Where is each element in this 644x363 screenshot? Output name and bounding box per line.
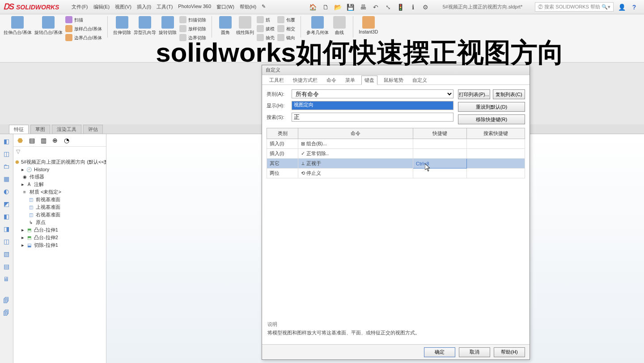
- user-icon[interactable]: 👤: [617, 3, 626, 12]
- loft-button[interactable]: 放样凸台/基体: [65, 25, 102, 33]
- new-icon[interactable]: 🗋: [321, 3, 330, 12]
- menu-insert[interactable]: 插入(I): [137, 4, 151, 10]
- rail-view-palette-icon[interactable]: ▦: [2, 174, 11, 183]
- boundary-cut-button[interactable]: 边界切除: [179, 34, 206, 42]
- help-button[interactable]: 帮助(H): [494, 347, 525, 357]
- tree-extrude2[interactable]: ▸⬒凸台-拉伸2: [15, 234, 104, 241]
- rebuild-icon[interactable]: 🚦: [396, 3, 405, 12]
- reset-defaults-button[interactable]: 重设到默认(D): [458, 102, 525, 112]
- extrude-boss-button[interactable]: 拉伸凸台/基体: [4, 16, 32, 36]
- dlg-tab-shortcut-bars[interactable]: 快捷方式栏: [290, 76, 320, 84]
- menu-view[interactable]: 视图(V): [115, 4, 131, 10]
- tree-history[interactable]: ▸🕘History: [15, 166, 104, 173]
- menu-customize-icon[interactable]: ✎: [262, 4, 266, 10]
- cell-search-shortcut[interactable]: [467, 169, 525, 178]
- menu-file[interactable]: 文件(F): [72, 4, 88, 10]
- print-icon[interactable]: 🖶: [359, 3, 368, 12]
- tab-sketch[interactable]: 草图: [30, 125, 50, 134]
- show-select[interactable]: 视图定向: [292, 101, 453, 110]
- rail-item-icon[interactable]: ▤: [2, 262, 11, 271]
- rail-file-explorer-icon[interactable]: 🗀: [2, 162, 11, 171]
- tab-render[interactable]: 渲染工具: [52, 125, 81, 134]
- rail-appearances-icon[interactable]: ◐: [2, 187, 11, 196]
- dlg-tab-toolbars[interactable]: 工具栏: [267, 76, 287, 84]
- tree-material[interactable]: ≡材质 <未指定>: [15, 188, 104, 196]
- dlg-tab-keyboard[interactable]: 键盘: [361, 76, 377, 85]
- menu-edit[interactable]: 编辑(E): [93, 4, 110, 10]
- fm-tab-config[interactable]: ▥: [38, 135, 48, 145]
- rail-item-icon[interactable]: ◨: [2, 224, 11, 233]
- mirror-button[interactable]: 镜向: [277, 34, 295, 42]
- draft-button[interactable]: 拔模: [257, 25, 275, 33]
- extrude-cut-button[interactable]: 拉伸切除: [113, 16, 131, 36]
- menu-window[interactable]: 窗口(W): [216, 4, 234, 10]
- table-row[interactable]: 其它⊥ 正视于Ctrl+8: [267, 159, 525, 169]
- cell-search-shortcut[interactable]: [467, 159, 525, 169]
- tree-cut1[interactable]: ▸⬓切除-拉伸1: [15, 241, 104, 249]
- home-icon[interactable]: 🏠: [309, 3, 318, 12]
- tree-origin[interactable]: ↳原点: [15, 219, 104, 226]
- cell-search-shortcut[interactable]: [467, 149, 525, 159]
- loft-cut-button[interactable]: 放样切除: [179, 25, 206, 33]
- sweep-cut-button[interactable]: 扫描切除: [179, 16, 206, 24]
- dlg-tab-mouse[interactable]: 鼠标笔势: [381, 76, 406, 84]
- help-icon[interactable]: ?: [630, 3, 639, 12]
- help-search[interactable]: ② 搜索 SOLIDWORKS 帮助 🔍▾: [535, 2, 614, 12]
- remove-shortcut-button[interactable]: 移除快捷键(R): [458, 114, 525, 124]
- curves-button[interactable]: 曲线: [331, 16, 347, 36]
- dlg-tab-customize[interactable]: 自定义: [410, 76, 430, 84]
- cell-shortcut[interactable]: [413, 169, 467, 178]
- fm-tab-feature-tree[interactable]: ⬣: [15, 135, 25, 145]
- ok-button[interactable]: 确定: [424, 347, 455, 357]
- menu-tools[interactable]: 工具(T): [157, 4, 173, 10]
- rib-button[interactable]: 筋: [257, 16, 275, 24]
- save-icon[interactable]: 💾: [346, 3, 355, 12]
- rail-item-icon[interactable]: ◫: [2, 237, 11, 246]
- cell-search-shortcut[interactable]: [467, 139, 525, 149]
- instant3d-button[interactable]: Instant3D: [359, 16, 378, 34]
- revolve-cut-button[interactable]: 旋转切除: [159, 16, 177, 36]
- boundary-button[interactable]: 边界凸台/基体: [65, 34, 102, 42]
- dlg-tab-commands[interactable]: 命令: [324, 76, 339, 84]
- tree-top-plane[interactable]: ◫上视基准面: [15, 203, 104, 211]
- tree-sensors[interactable]: ◉传感器: [15, 173, 104, 181]
- sweep-button[interactable]: 扫描: [65, 16, 102, 24]
- rail-design-library-icon[interactable]: ◫: [2, 149, 11, 158]
- shell-button[interactable]: 抽壳: [257, 34, 275, 42]
- reference-geometry-button[interactable]: 参考几何体: [306, 16, 329, 36]
- table-row[interactable]: 插入(I)✓ 正常切除..: [267, 149, 525, 159]
- dlg-tab-menus[interactable]: 菜单: [343, 76, 358, 84]
- cancel-button[interactable]: 取消: [459, 347, 490, 357]
- table-row[interactable]: 两位⟲ 停止义: [267, 169, 525, 178]
- linear-pattern-button[interactable]: 线性阵列: [236, 16, 254, 36]
- fm-tab-property[interactable]: ▤: [27, 135, 37, 145]
- rail-custom-props-icon[interactable]: ◩: [2, 199, 11, 208]
- settings-icon[interactable]: ⚙: [421, 3, 430, 12]
- category-select[interactable]: 所有命令: [292, 89, 453, 98]
- open-icon[interactable]: 📂: [334, 3, 343, 12]
- menu-help[interactable]: 帮助(H): [240, 4, 256, 10]
- rail-item-icon[interactable]: ◧: [2, 212, 11, 221]
- hole-wizard-button[interactable]: 异型孔向导: [134, 16, 156, 36]
- revolve-boss-button[interactable]: 旋转凸台/基体: [34, 16, 63, 36]
- fm-tab-dimxpert[interactable]: ⊕: [50, 135, 60, 145]
- search-input[interactable]: [292, 113, 453, 122]
- rail-item-icon[interactable]: ▧: [2, 249, 11, 258]
- tab-features[interactable]: 特征: [9, 125, 29, 134]
- menu-photoview[interactable]: PhotoView 360: [178, 4, 211, 10]
- tree-front-plane[interactable]: ◫前视基准面: [15, 196, 104, 203]
- intersect-button[interactable]: 相交: [277, 25, 295, 33]
- cell-shortcut[interactable]: [413, 149, 467, 159]
- tree-extrude1[interactable]: ▸⬒凸台-拉伸1: [15, 226, 104, 234]
- fm-tab-display[interactable]: ◔: [62, 135, 72, 145]
- copy-list-button[interactable]: 复制列表(C): [493, 89, 525, 99]
- rail-item-icon[interactable]: 🗐: [2, 308, 11, 317]
- rail-item-icon[interactable]: 🖥: [2, 274, 11, 283]
- tree-root[interactable]: ⬣5#视频正向上摆正的视图方向 (默认<<默认...: [15, 158, 104, 166]
- fillet-button[interactable]: 圆角: [217, 16, 233, 36]
- options-icon[interactable]: ℹ: [409, 3, 418, 12]
- feature-filter[interactable]: ▽: [13, 147, 106, 156]
- undo-icon[interactable]: ↶: [371, 3, 380, 12]
- cell-shortcut[interactable]: [413, 139, 467, 149]
- tree-right-plane[interactable]: ◫右视基准面: [15, 211, 104, 219]
